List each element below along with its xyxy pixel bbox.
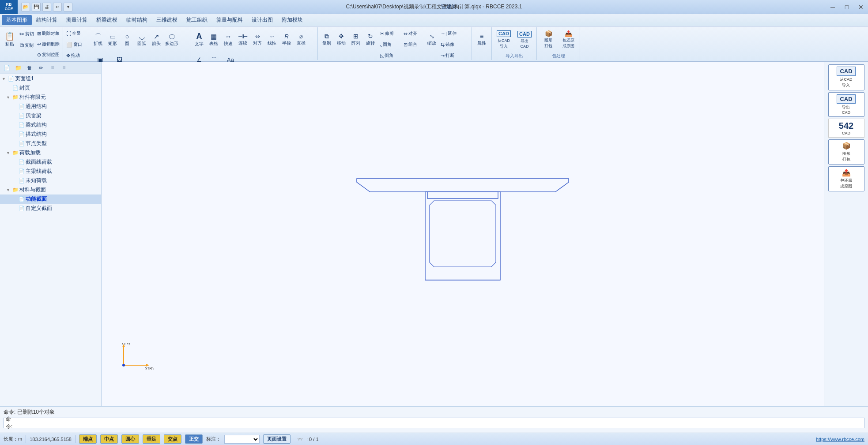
table-button[interactable]: ▦表格 <box>207 28 221 51</box>
tree-node-section-line-load[interactable]: 📄 截面线荷载 <box>0 157 101 167</box>
paste-button[interactable]: 📋 粘贴 <box>2 28 18 51</box>
menu-construction-org[interactable]: 施工组织 <box>182 15 212 25</box>
array-button[interactable]: ⊞阵列 <box>349 28 363 51</box>
cut-button[interactable]: ✂剪切 <box>18 28 35 40</box>
align-dim-button[interactable]: ⇔对齐 <box>250 28 264 51</box>
tree-node-cover[interactable]: 📄 封页 <box>0 83 101 93</box>
delete-obj-button[interactable]: ⊠删除对象 <box>36 28 61 39</box>
sidebar-new-btn[interactable]: 📄 <box>2 63 11 73</box>
snap-endpoint-btn[interactable]: 端点 <box>79 434 97 444</box>
tree-node-material-section[interactable]: ▼ 📁 材料与截面 <box>0 185 101 194</box>
menu-structural-calc[interactable]: 结构计算 <box>32 15 62 25</box>
polyline-button[interactable]: ⌒折线 <box>91 28 105 51</box>
tree-node-general-struct[interactable]: 📄 通用结构 <box>0 102 101 111</box>
tree-node-bailey-beam[interactable]: 📄 贝雷梁 <box>0 111 101 120</box>
copy-position-button[interactable]: ⊕复制位图 <box>36 49 61 60</box>
tree-label-truss-struct: 拱式结构 <box>26 131 47 138</box>
cancel-delete-button[interactable]: ↩撤销删除 <box>36 39 61 49</box>
text-button[interactable]: A文字 <box>192 28 206 51</box>
scale-button[interactable]: ⤡缩放 <box>425 28 439 51</box>
close-button[interactable]: ✕ <box>854 0 868 14</box>
chamfer-button[interactable]: ◺倒角 <box>379 50 401 61</box>
tree-node-func-section[interactable]: 📄 功能截面 <box>0 194 101 204</box>
snap-intersection-btn[interactable]: 交点 <box>164 434 181 444</box>
import-cad-button[interactable]: CAD 从CAD导入 <box>494 28 514 51</box>
tree-node-node-type[interactable]: 📄 节点类型 <box>0 139 101 148</box>
minimize-button[interactable]: ─ <box>826 0 840 14</box>
circle-button[interactable]: ○圆 <box>120 28 134 51</box>
copy-mod-button[interactable]: ⧉复制 <box>320 28 334 51</box>
tree-node-custom-section[interactable]: 📄 自定义截面 <box>0 204 101 213</box>
menu-quantity-material[interactable]: 算量与配料 <box>212 15 247 25</box>
polygon-button[interactable]: ⬡多边形 <box>164 28 180 51</box>
quick-undo-btn[interactable]: ↩ <box>53 3 62 11</box>
arc-button[interactable]: ◡圆弧 <box>135 28 149 51</box>
menu-design-output[interactable]: 设计出图 <box>247 15 277 25</box>
diameter-dim-button[interactable]: ⌀直径 <box>294 28 308 51</box>
connect-dim-button[interactable]: ⊣⊢连续 <box>236 28 250 51</box>
page-settings-btn[interactable]: 页面设置 <box>263 434 291 444</box>
break-button[interactable]: ⊸打断 <box>439 50 461 61</box>
drag-button[interactable]: ✥拖动 <box>65 50 87 61</box>
align-mod-button[interactable]: ⇔对齐 <box>402 28 424 39</box>
tree-node-page1[interactable]: ▼ 📄 页面组1 <box>0 74 101 83</box>
annotation-select[interactable] <box>224 435 260 444</box>
linear-dim-button[interactable]: ↔线性 <box>265 28 279 51</box>
mirror-button[interactable]: ⇆镜像 <box>439 39 461 50</box>
quick-open-btn[interactable]: 📂 <box>21 3 30 11</box>
properties-button[interactable]: ≡属性 <box>474 28 490 51</box>
toolbar-group-package: 📦 图形打包 📤 包还原成原图 包处理 <box>537 27 580 60</box>
window-view-button[interactable]: ⬜窗口 <box>65 39 87 50</box>
tree-node-finite-element[interactable]: ▼ 📁 杆件有限元 <box>0 93 101 102</box>
quick-dim-button[interactable]: ↔快速 <box>221 28 235 51</box>
menu-temp-structure[interactable]: 临时结构 <box>122 15 152 25</box>
tree-node-truss-struct[interactable]: 📄 拱式结构 <box>0 130 101 139</box>
trim-button[interactable]: ✂修剪 <box>379 28 401 39</box>
tree-node-main-beam-load[interactable]: 📄 主梁线荷载 <box>0 167 101 176</box>
group-button[interactable]: ⊡组合 <box>402 39 424 50</box>
figure-pack-right-btn[interactable]: 📦 图形打包 <box>828 139 864 165</box>
cad-export-btn[interactable]: CAD 导出CAD <box>828 92 864 117</box>
sidebar-open-btn[interactable]: 📁 <box>13 63 23 73</box>
fullscreen-button[interactable]: ⛶全显 <box>65 28 87 39</box>
canvas-area[interactable]: Y(N) X(B) <box>102 62 824 406</box>
snap-perpendicular-btn[interactable]: 垂足 <box>143 434 160 444</box>
sidebar-delete-btn[interactable]: 🗑 <box>25 63 34 73</box>
menu-measurement-calc[interactable]: 测量计算 <box>62 15 92 25</box>
sidebar-edit-btn[interactable]: ✏ <box>36 63 46 73</box>
ortho-btn[interactable]: 正交 <box>185 434 203 444</box>
menu-bridge-modeling[interactable]: 桥梁建模 <box>92 15 122 25</box>
tree-node-load-group[interactable]: ▼ 📁 荷载加载 <box>0 148 101 157</box>
snap-center-btn[interactable]: 圆心 <box>121 434 139 444</box>
tree-icon-load-group: 📁 <box>12 150 19 156</box>
extend-button[interactable]: →|延伸 <box>439 28 461 39</box>
command-input[interactable] <box>19 420 862 426</box>
snap-midpoint-btn[interactable]: 中点 <box>100 434 118 444</box>
restore-button[interactable]: □ <box>840 0 854 14</box>
round-button[interactable]: ◟圆角 <box>379 39 401 50</box>
export-cad-button[interactable]: CAD 导出CAD <box>514 28 535 51</box>
sidebar-align-right-btn[interactable]: ≡ <box>59 63 69 73</box>
menu-addon[interactable]: 附加模块 <box>277 15 307 25</box>
rotate-button[interactable]: ↻旋转 <box>363 28 377 51</box>
radius-dim-button[interactable]: R半径 <box>279 28 294 51</box>
menu-3d-modeling[interactable]: 三维建模 <box>152 15 182 25</box>
command-input-row: 命令: <box>4 418 864 428</box>
cad-import-btn[interactable]: CAD 从CAD导入 <box>828 64 864 90</box>
rect-button[interactable]: ▭矩形 <box>106 28 120 51</box>
arrow-button[interactable]: ↗箭头 <box>149 28 163 51</box>
restore-original-button[interactable]: 📤 包还原成原图 <box>559 28 578 51</box>
quick-save-btn[interactable]: 💾 <box>32 3 41 11</box>
figure-pack-button[interactable]: 📦 图形打包 <box>539 28 558 51</box>
website-link[interactable]: https://www.rbcce.com <box>816 437 864 442</box>
sidebar-align-left-btn[interactable]: ≡ <box>48 63 57 73</box>
sidebar-toolbar: 📄 📁 🗑 ✏ ≡ ≡ <box>0 62 101 74</box>
copy-button[interactable]: ⧉复制 <box>18 40 35 51</box>
tree-node-unknown-load[interactable]: 📄 未知荷载 <box>0 176 101 185</box>
tree-node-beam-struct[interactable]: 📄 梁式结构 <box>0 120 101 130</box>
restore-original-right-btn[interactable]: 📤 包还原成原图 <box>828 166 864 191</box>
quick-print-btn[interactable]: 🖨 <box>42 3 51 11</box>
quick-dropdown-btn[interactable]: ▾ <box>64 3 72 11</box>
move-button[interactable]: ✥移动 <box>334 28 348 51</box>
menu-basic-shapes[interactable]: 基本图形 <box>2 15 32 25</box>
